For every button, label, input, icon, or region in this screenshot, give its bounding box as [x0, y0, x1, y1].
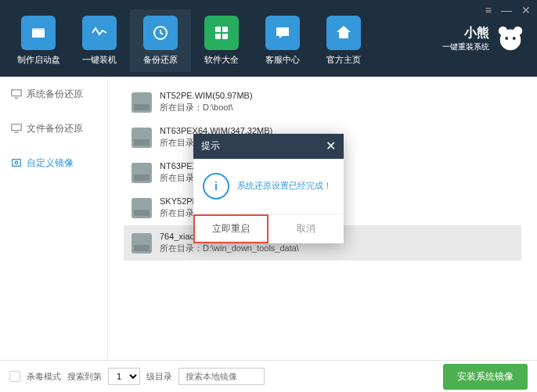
prompt-dialog: 提示 ✕ i 系统还原设置已经完成！ 立即重启 取消 [193, 134, 344, 243]
level-label: 级目录 [146, 371, 172, 383]
svg-rect-13 [12, 124, 21, 131]
monitor-icon [11, 88, 22, 99]
svg-point-10 [505, 37, 508, 40]
nav-software[interactable]: 软件大全 [191, 9, 252, 72]
virus-mode-checkbox[interactable] [9, 371, 20, 382]
bottom-toolbar: 杀毒模式 搜索到第 1 级目录 安装系统镜像 [0, 360, 537, 392]
nav-backup-restore[interactable]: 备份还原 [130, 9, 191, 72]
search-to-label: 搜索到第 [67, 371, 102, 383]
svg-rect-1 [32, 28, 45, 31]
minimize-button[interactable]: — [501, 4, 512, 16]
dialog-message: 系统还原设置已经完成！ [237, 180, 332, 192]
nav-homepage[interactable]: 官方主页 [313, 9, 374, 72]
nav-boot-disk[interactable]: 制作启动盘 [8, 9, 69, 72]
gho-icon [132, 233, 152, 254]
wim-icon [132, 163, 152, 183]
svg-rect-4 [222, 27, 228, 32]
svg-rect-5 [215, 34, 221, 39]
close-button[interactable]: ✕ [521, 4, 531, 16]
disk-icon [11, 157, 22, 168]
header: 制作启动盘 一键装机 备份还原 软件大全 客服中心 官方主页 小熊 一键重装系统… [0, 0, 537, 77]
dialog-close-icon[interactable]: ✕ [326, 138, 336, 153]
iso-icon [132, 198, 152, 218]
list-item[interactable]: NT52PE.WIM(50.97MB)所在目录：D:\boot\ [124, 85, 521, 120]
info-icon: i [203, 173, 229, 200]
svg-rect-6 [222, 34, 228, 39]
svg-rect-3 [215, 27, 221, 32]
restart-now-button[interactable]: 立即重启 [193, 214, 268, 243]
sidebar-custom-image[interactable]: 自定义镜像 [0, 146, 107, 180]
brand: 小熊 一键重装系统 [442, 23, 525, 53]
svg-point-15 [15, 161, 18, 164]
sidebar: 系统备份还原 文件备份还原 自定义镜像 [0, 77, 108, 360]
sidebar-file-backup[interactable]: 文件备份还原 [0, 111, 107, 146]
svg-rect-14 [13, 160, 21, 167]
level-select[interactable]: 1 [108, 368, 140, 385]
wim-icon [132, 128, 152, 148]
dialog-title: 提示 [201, 139, 220, 153]
install-button[interactable]: 安装系统镜像 [443, 364, 528, 390]
cancel-button[interactable]: 取消 [268, 214, 344, 243]
virus-mode-label: 杀毒模式 [27, 371, 61, 383]
file-icon [11, 123, 22, 134]
nav-one-key[interactable]: 一键装机 [69, 9, 130, 72]
nav-support[interactable]: 客服中心 [252, 9, 313, 72]
svg-rect-12 [12, 90, 21, 96]
search-input[interactable] [178, 368, 265, 385]
sidebar-system-backup[interactable]: 系统备份还原 [0, 77, 107, 111]
bear-logo-icon [496, 23, 525, 53]
svg-point-11 [513, 37, 516, 40]
wim-icon [132, 92, 152, 113]
svg-point-9 [500, 30, 521, 51]
menu-button[interactable]: ≡ [485, 4, 492, 16]
